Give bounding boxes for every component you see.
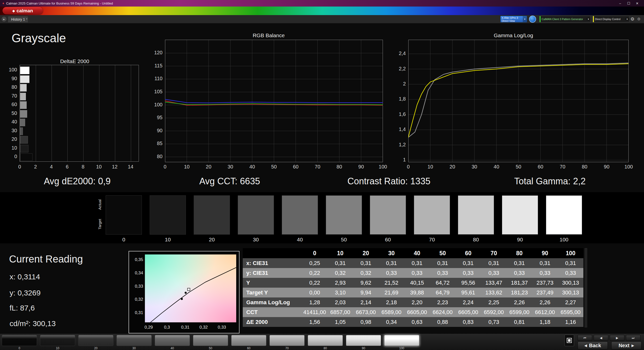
pattern-window-button[interactable] [565,335,574,346]
pattern-button-50[interactable] [193,335,228,346]
titlebar: ♦ Calman 2025 Calman Ultimate for Busine… [0,0,644,7]
swatch-level-label: 40 [282,237,318,243]
pattern-button-0[interactable] [2,335,37,346]
tab-history-1[interactable]: History 1 [8,16,28,22]
rgb-x-tick: 0 [159,164,171,170]
cie-x-tick: 0,33 [214,325,229,330]
display-control-dropdown[interactable]: Direct Display Control ▾ [593,16,629,22]
pattern-button-10[interactable] [40,335,75,346]
gamma-x-tick: 30 [468,164,481,170]
window-controls: – ☐ ✕ [616,2,641,5]
table-cell: 6857,00 [328,307,353,317]
rgb-x-tick: 50 [268,164,280,170]
pattern-button-30[interactable] [116,335,152,346]
grayscale-swatch [370,195,406,235]
grayscale-swatch [458,195,494,235]
swatch-level-label: 100 [546,237,582,243]
skip-first-button[interactable]: ⏮ [578,335,592,341]
table-cell: 0,31 [507,258,532,268]
options-gear-icon[interactable]: ⚙ [637,17,640,21]
meter-dropdown[interactable]: X-Rite i1Pro 3 Direct View ▾ [500,16,527,22]
deltae-bar [20,75,29,83]
next-button[interactable]: Next ▶ [611,341,641,349]
table-scrollbar[interactable] [585,248,587,327]
grayscale-table: 0102030405060708090100x: CIE310,250,310,… [243,248,583,327]
stat-contrast: Contrast Ratio: 1335 [347,176,430,187]
deltae-bar [20,67,29,74]
gamma-x-tick: 10 [424,164,437,170]
gamma-x-tick: 0 [402,164,415,170]
table-column-header: 20 [353,248,379,258]
step-back-button[interactable]: ◀ [594,335,608,341]
table-cell: 6599,00 [507,307,532,317]
table-column-header: 80 [507,248,532,258]
close-button[interactable]: ✕ [633,2,641,5]
deltae-bar [20,119,25,126]
gamma-x-tick: 20 [446,164,459,170]
skip-last-button[interactable]: ⏭ [626,335,640,341]
pattern-button-20[interactable] [78,335,113,346]
rgb-y-tick: 115 [149,63,163,69]
pattern-button-60[interactable] [231,335,266,346]
pattern-level-label: 30 [116,346,152,350]
table-cell: 181,23 [507,288,532,297]
deltae-y-tick: 60 [4,102,17,107]
pattern-bar: ⏮ ◀ ▶ ⏭ ◀ Back Next ▶ 010203040506070809… [0,333,644,350]
rgb-y-tick: 85 [149,141,163,146]
pattern-button-100[interactable] [384,335,419,346]
pattern-source-dropdown[interactable]: CalMAN Client 3 Pattern Generator ▾ [539,16,591,22]
deltae-x-tick: 12 [108,164,121,170]
table-header-row: 0102030405060708090100 [243,248,583,258]
deltae-bar [20,93,26,100]
actual-row-label: Actual [98,193,102,216]
reading-y: y: 0,3269 [10,289,41,297]
step-back-icon: ◀ [600,336,602,340]
back-button[interactable]: ◀ Back [578,341,608,349]
chevron-down-icon: ▾ [625,18,629,20]
table-cell: 0,32 [328,268,353,278]
tab-dropdown-icon[interactable]: ▾ [26,18,27,20]
calman-logo[interactable]: ◆ calman [3,7,43,14]
step-forward-button[interactable]: ▶ [610,335,624,341]
gamma-x-tick: 100 [622,164,635,170]
table-cell: 2,24 [455,297,481,307]
pattern-button-70[interactable] [269,335,305,346]
gamma-chart-title: Gamma Log/Log [494,32,533,38]
pattern-button-90[interactable] [346,335,381,346]
gamma-y-tick: 2,2 [393,66,406,72]
gamma-x-tick: 50 [512,164,525,170]
settings-gear-icon[interactable]: ⚙ [630,16,634,22]
stat-avg-cct: Avg CCT: 6635 [199,176,260,187]
table-cell: 0,33 [404,268,430,278]
table-cell: 6605,00 [404,307,430,317]
pattern-level-label: 90 [346,346,381,350]
cie-x-tick: 0,31 [178,325,193,330]
table-cell: 0,31 [430,258,456,268]
deltae-x-tick: 8 [77,164,89,170]
calman-window: ♦ Calman 2025 Calman Ultimate for Busine… [0,0,644,350]
window-title: Calman 2025 Calman Ultimate for Business… [6,2,113,5]
pattern-level-label: 100 [384,346,419,350]
cie-x-tick: 0,32 [196,325,211,330]
cie-x-tick: 0,3 [159,325,175,330]
pattern-level-label: 40 [155,346,190,350]
table-column-header: 0 [302,248,328,258]
table-cell: 0,88 [430,317,456,327]
grayscale-swatch [282,195,318,235]
gamma-y-tick: 1,2 [393,142,406,148]
pattern-button-80[interactable] [308,335,343,346]
gamma-y-tick: 2 [393,81,406,87]
deltae-x-tick: 4 [45,164,58,170]
history-nav-button[interactable]: ▸ [2,17,7,22]
table-cell: 2,25 [481,297,507,307]
gamma-x-tick: 80 [578,164,591,170]
deltae-y-tick: 20 [4,136,17,142]
table-cell: 0,81 [507,317,532,327]
table-row-label: CCT [243,307,302,317]
back-arrow-icon: ◀ [584,343,587,347]
rgb-x-tick: 40 [246,164,258,170]
meter-badge-icon[interactable] [529,16,536,23]
maximize-button[interactable]: ☐ [624,2,633,5]
pattern-button-40[interactable] [155,335,190,346]
minimize-button[interactable]: – [616,2,624,5]
